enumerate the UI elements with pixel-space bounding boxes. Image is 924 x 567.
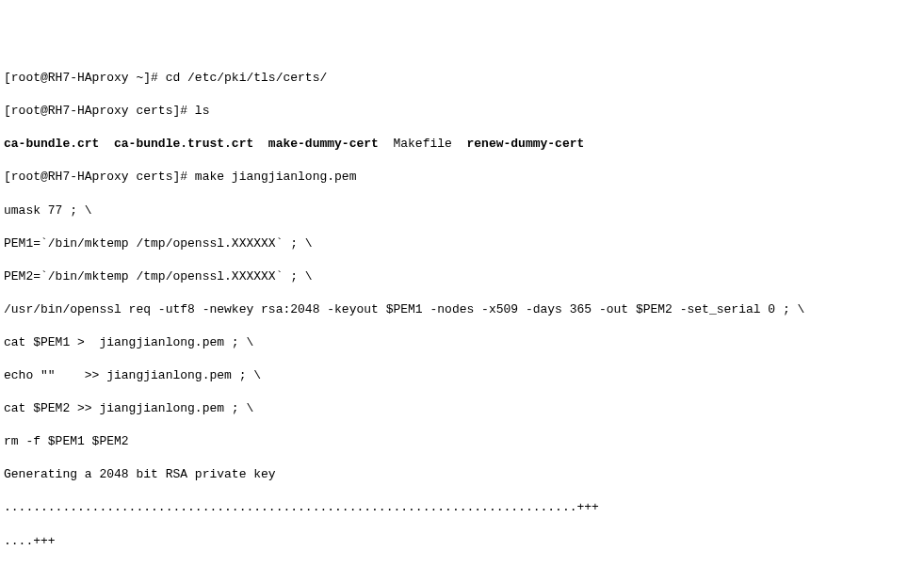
terminal-line: [root@RH7-HAproxy ~]# cd /etc/pki/tls/ce… bbox=[4, 70, 920, 87]
terminal-line: ........................................… bbox=[4, 499, 920, 516]
terminal-line: rm -f $PEM1 $PEM2 bbox=[4, 433, 920, 450]
terminal-line: Generating a 2048 bit RSA private key bbox=[4, 466, 920, 483]
terminal-line: PEM1=`/bin/mktemp /tmp/openssl.XXXXXX` ;… bbox=[4, 235, 920, 252]
terminal-line: [root@RH7-HAproxy certs]# ls bbox=[4, 103, 920, 120]
terminal-line: cat $PEM2 >> jiangjianlong.pem ; \ bbox=[4, 400, 920, 417]
terminal-line: PEM2=`/bin/mktemp /tmp/openssl.XXXXXX` ;… bbox=[4, 268, 920, 285]
terminal-line: [root@RH7-HAproxy certs]# make jiangjian… bbox=[4, 169, 920, 186]
terminal-line: cat $PEM1 > jiangjianlong.pem ; \ bbox=[4, 334, 920, 351]
ls-output-line: ca-bundle.crt ca-bundle.trust.crt make-d… bbox=[4, 136, 920, 153]
terminal-line: /usr/bin/openssl req -utf8 -newkey rsa:2… bbox=[4, 301, 920, 318]
ls-renew-bold: renew-dummy-cert bbox=[466, 137, 584, 151]
terminal-line: umask 77 ; \ bbox=[4, 202, 920, 219]
terminal-line: ....+++ bbox=[4, 533, 920, 550]
ls-makefile: Makefile bbox=[393, 137, 466, 151]
ls-files-bold: ca-bundle.crt ca-bundle.trust.crt make-d… bbox=[4, 137, 393, 151]
terminal-line: echo "" >> jiangjianlong.pem ; \ bbox=[4, 367, 920, 384]
